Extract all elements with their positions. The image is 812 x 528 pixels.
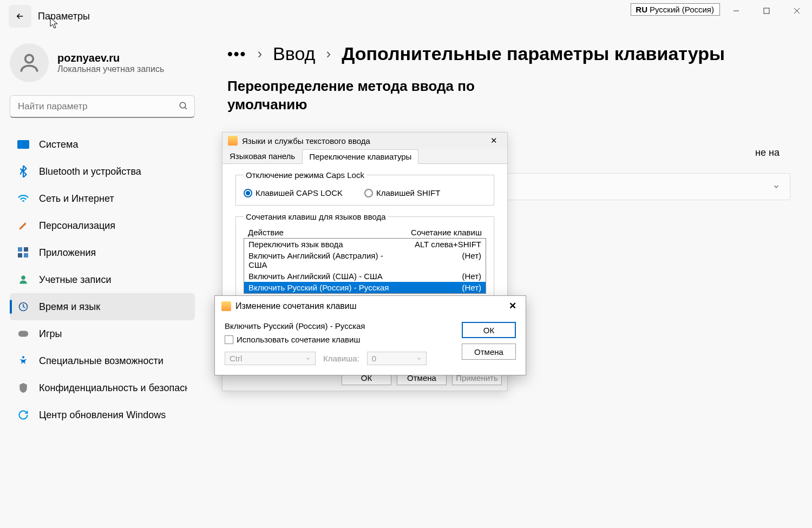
chevron-down-icon bbox=[305, 356, 311, 361]
dialog-titlebar[interactable]: Изменение сочетания клавиш ✕ bbox=[215, 296, 526, 316]
table-row[interactable]: Включить Английский (Австралия) - США(Не… bbox=[244, 250, 486, 270]
sidebar-item-accessibility[interactable]: Специальные возможности bbox=[10, 347, 195, 374]
dialog-title: Изменение сочетания клавиш bbox=[235, 301, 357, 311]
svg-rect-7 bbox=[24, 247, 28, 252]
hotkeys-table[interactable]: Переключить язык вводаALT слева+SHIFT Вк… bbox=[244, 238, 486, 294]
accessibility-icon bbox=[17, 355, 29, 367]
modifier-dropdown: Ctrl bbox=[225, 352, 316, 365]
radio-icon bbox=[244, 189, 252, 197]
svg-point-3 bbox=[180, 102, 186, 108]
back-button[interactable] bbox=[9, 5, 31, 28]
shield-icon bbox=[17, 382, 29, 394]
radio-icon bbox=[364, 189, 373, 197]
maximize-button[interactable] bbox=[751, 0, 782, 22]
lang-code: RU bbox=[636, 5, 647, 14]
radio-shift[interactable]: Клавишей SHIFT bbox=[364, 188, 440, 197]
chevron-down-icon bbox=[416, 356, 422, 361]
fieldset-legend: Отключение режима Caps Lock bbox=[244, 170, 366, 180]
sidebar-item-time-language[interactable]: Время и язык bbox=[10, 293, 195, 320]
bluetooth-icon bbox=[17, 166, 29, 177]
breadcrumb-current: Дополнительные параметры клавиатуры bbox=[342, 43, 725, 64]
svg-rect-12 bbox=[18, 331, 28, 337]
sidebar-item-privacy[interactable]: Конфиденциальность и безопасность bbox=[10, 374, 195, 401]
user-block[interactable]: poznyaev.ru Локальная учетная запись bbox=[10, 38, 195, 95]
chevron-right-icon: › bbox=[326, 45, 331, 62]
sidebar-item-gaming[interactable]: Игры bbox=[10, 320, 195, 347]
col-combo: Сочетание клавиш bbox=[390, 228, 482, 237]
sidebar-item-network[interactable]: Сеть и Интернет bbox=[10, 185, 195, 212]
sidebar-item-label: Сеть и Интернет bbox=[39, 193, 114, 204]
background-dropdown[interactable] bbox=[487, 173, 790, 200]
window-controls bbox=[721, 0, 812, 22]
table-row[interactable]: Переключить язык вводаALT слева+SHIFT bbox=[244, 239, 486, 250]
key-label: Клавиша: bbox=[323, 354, 359, 363]
tab-language-panel[interactable]: Языковая панель bbox=[222, 149, 302, 163]
sidebar: poznyaev.ru Локальная учетная запись Сис… bbox=[0, 38, 205, 428]
chevron-right-icon: › bbox=[257, 45, 262, 62]
dialog-icon bbox=[228, 136, 238, 146]
close-icon[interactable]: ✕ bbox=[486, 136, 502, 146]
sidebar-item-label: Время и язык bbox=[39, 301, 100, 313]
language-indicator[interactable]: RU Русский (Россия) bbox=[631, 3, 720, 16]
gamepad-icon bbox=[17, 328, 29, 340]
dialog-titlebar[interactable]: Языки и службы текстового ввода ✕ bbox=[222, 133, 507, 149]
dialog-title: Языки и службы текстового ввода bbox=[242, 136, 370, 146]
user-subtitle: Локальная учетная запись bbox=[57, 64, 164, 74]
capslock-fieldset: Отключение режима Caps Lock Клавишей CAP… bbox=[235, 170, 494, 206]
tabs: Языковая панель Переключение клавиатуры bbox=[222, 149, 507, 164]
sidebar-item-bluetooth[interactable]: Bluetooth и устройства bbox=[10, 158, 195, 185]
sidebar-item-label: Персонализация bbox=[39, 220, 115, 232]
sidebar-item-label: Система bbox=[39, 139, 78, 150]
search-input[interactable] bbox=[10, 95, 195, 118]
fieldset-legend: Сочетания клавиш для языков ввода bbox=[244, 212, 388, 221]
sidebar-item-personalization[interactable]: Персонализация bbox=[10, 212, 195, 239]
sidebar-item-label: Центр обновления Windows bbox=[39, 410, 166, 421]
ok-button[interactable]: ОК bbox=[462, 322, 516, 338]
search-wrap bbox=[10, 95, 195, 118]
globe-clock-icon bbox=[17, 301, 29, 313]
sidebar-item-label: Учетные записи bbox=[39, 274, 111, 286]
svg-rect-1 bbox=[764, 8, 769, 14]
avatar bbox=[10, 43, 49, 82]
chevron-down-icon bbox=[772, 183, 780, 190]
cancel-button[interactable]: Отмена bbox=[462, 344, 516, 360]
wifi-icon bbox=[17, 193, 29, 204]
change-hotkey-dialog: Изменение сочетания клавиш ✕ Включить Ру… bbox=[214, 295, 526, 375]
background-hint-text: не на bbox=[755, 147, 780, 159]
breadcrumb: ••• › Ввод › Дополнительные параметры кл… bbox=[227, 43, 801, 64]
app-title: Параметры bbox=[38, 11, 90, 22]
checkbox-icon bbox=[225, 335, 233, 344]
col-action: Действие bbox=[248, 228, 390, 237]
sidebar-item-system[interactable]: Система bbox=[10, 131, 195, 158]
key-dropdown: 0 bbox=[367, 352, 427, 365]
radio-capslock[interactable]: Клавишей CAPS LOCK bbox=[244, 188, 343, 197]
brush-icon bbox=[17, 220, 29, 232]
breadcrumb-link[interactable]: Ввод bbox=[273, 43, 315, 64]
sidebar-item-label: Конфиденциальность и безопасность bbox=[39, 382, 187, 394]
svg-line-4 bbox=[185, 107, 187, 109]
minimize-button[interactable] bbox=[721, 0, 751, 22]
sidebar-item-apps[interactable]: Приложения bbox=[10, 239, 195, 266]
title-bar: Параметры RU Русский (Россия) bbox=[0, 0, 812, 32]
svg-rect-5 bbox=[17, 140, 29, 149]
apps-icon bbox=[17, 247, 29, 259]
main-content: ••• › Ввод › Дополнительные параметры кл… bbox=[227, 43, 801, 114]
svg-rect-8 bbox=[18, 253, 22, 258]
svg-point-13 bbox=[22, 356, 24, 358]
breadcrumb-more[interactable]: ••• bbox=[227, 45, 246, 63]
sidebar-item-accounts[interactable]: Учетные записи bbox=[10, 266, 195, 293]
sidebar-item-label: Игры bbox=[39, 328, 62, 340]
search-icon bbox=[179, 101, 188, 113]
tab-keyboard-switch[interactable]: Переключение клавиатуры bbox=[302, 149, 418, 164]
update-icon bbox=[17, 409, 29, 421]
user-name: poznyaev.ru bbox=[57, 52, 164, 64]
person-icon bbox=[17, 274, 29, 286]
system-icon bbox=[17, 138, 29, 150]
svg-point-10 bbox=[21, 276, 25, 280]
close-icon[interactable]: ✕ bbox=[506, 300, 519, 312]
svg-point-2 bbox=[25, 55, 34, 63]
close-button[interactable] bbox=[782, 0, 812, 22]
sidebar-item-update[interactable]: Центр обновления Windows bbox=[10, 401, 195, 428]
table-row[interactable]: Включить Русский (Россия) - Русская(Нет) bbox=[244, 282, 486, 293]
table-row[interactable]: Включить Английский (США) - США(Нет) bbox=[244, 270, 486, 282]
